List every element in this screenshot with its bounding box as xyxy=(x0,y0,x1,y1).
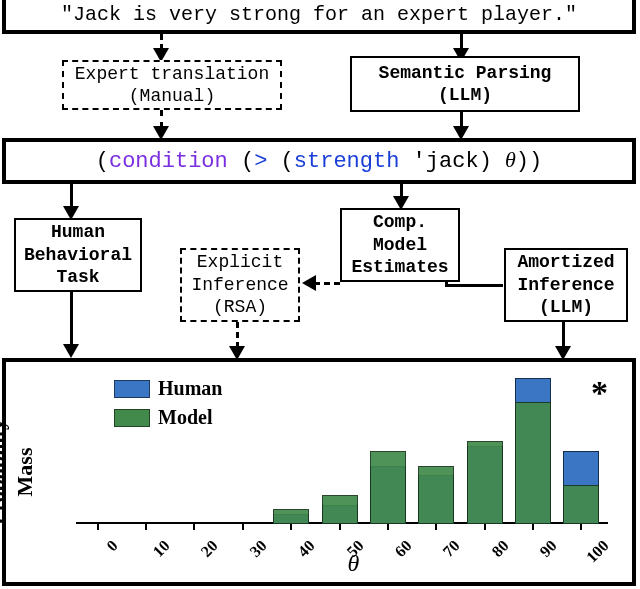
input-sentence-box: "Jack is very strong for an expert playe… xyxy=(2,0,636,34)
bar-model xyxy=(322,495,358,524)
code-paren: ( xyxy=(96,149,109,174)
amortized-line1: Amortized xyxy=(517,251,614,274)
expert-line2: (Manual) xyxy=(129,85,215,108)
comp-model-box: Comp. Model Estimates xyxy=(340,208,460,282)
chart-box: Probability Mass Human Model * 010203040… xyxy=(2,358,636,586)
arrow-human-to-chart xyxy=(70,292,73,346)
code-parenc1: ) xyxy=(479,149,505,174)
tick-label: 0 xyxy=(102,536,122,556)
tick-mark xyxy=(580,524,582,530)
arrowhead-comp-to-explicit xyxy=(302,275,316,291)
code-kw-condition: condition xyxy=(109,149,228,174)
tick-label: 30 xyxy=(246,536,271,561)
arrow-explicit-to-chart xyxy=(236,322,239,348)
chart-ylabel: Probability Mass xyxy=(0,419,38,525)
bar-model xyxy=(563,485,599,524)
tick-label: 60 xyxy=(391,536,416,561)
semantic-line2: (LLM) xyxy=(438,84,492,107)
bar-model xyxy=(418,466,454,524)
connector-comp-to-amortized xyxy=(445,284,503,287)
tick-label: 20 xyxy=(197,536,222,561)
tick-label: 10 xyxy=(149,536,174,561)
chart-ylabel-text: Probability Mass xyxy=(0,419,36,525)
human-line1: Human xyxy=(51,221,105,244)
bar-model xyxy=(273,509,309,524)
semantic-parsing-box: Semantic Parsing (LLM) xyxy=(350,56,580,112)
explicit-line2: Inference xyxy=(191,274,288,297)
tick-label: 70 xyxy=(439,536,464,561)
human-line3: Task xyxy=(56,266,99,289)
tick-mark xyxy=(290,524,292,530)
arrowhead-human-to-chart xyxy=(63,344,79,358)
code-theta: θ xyxy=(505,147,516,172)
chart-bars xyxy=(76,378,608,524)
code-paren2: ( xyxy=(228,149,254,174)
tick-mark xyxy=(242,524,244,530)
code-box: (condition (> (strength 'jack) θ)) xyxy=(2,138,636,184)
chart-plot: 0102030405060708090100 xyxy=(76,378,608,524)
tick-mark xyxy=(339,524,341,530)
amortized-line3: (LLM) xyxy=(539,296,593,319)
semantic-line1: Semantic Parsing xyxy=(379,62,552,85)
tick-mark xyxy=(435,524,437,530)
input-sentence: "Jack is very strong for an expert playe… xyxy=(53,0,585,31)
expert-translation-box: Expert translation (Manual) xyxy=(62,60,282,110)
bar-model xyxy=(467,441,503,524)
comp-line3: Estimates xyxy=(351,256,448,279)
code-paren3: ( xyxy=(267,149,293,174)
arrow-code-to-human-task xyxy=(70,184,73,208)
explicit-inference-box: Explicit Inference (RSA) xyxy=(180,248,300,322)
amortized-line2: Inference xyxy=(517,274,614,297)
bar-model xyxy=(370,451,406,524)
expert-line1: Expert translation xyxy=(75,63,269,86)
bar-model xyxy=(515,402,551,524)
tick-label: 90 xyxy=(536,536,561,561)
explicit-line1: Explicit xyxy=(197,251,283,274)
code-arg: 'jack xyxy=(399,149,478,174)
tick-mark xyxy=(387,524,389,530)
explicit-line3: (RSA) xyxy=(213,296,267,319)
tick-mark xyxy=(193,524,195,530)
tick-label: 100 xyxy=(582,536,613,567)
code-parenc2: )) xyxy=(516,149,542,174)
human-line2: Behavioral xyxy=(24,244,132,267)
connector-comp-to-explicit xyxy=(314,282,340,285)
amortized-inference-box: Amortized Inference (LLM) xyxy=(504,248,628,322)
tick-mark xyxy=(532,524,534,530)
code-fn-gt: > xyxy=(254,149,267,174)
chart-area: Probability Mass Human Model * 010203040… xyxy=(14,370,620,574)
human-task-box: Human Behavioral Task xyxy=(14,218,142,292)
code-expr: (condition (> (strength 'jack) θ)) xyxy=(96,146,543,176)
comp-line1: Comp. xyxy=(373,211,427,234)
tick-label: 80 xyxy=(487,536,512,561)
code-fn-strength: strength xyxy=(294,149,400,174)
tick-mark xyxy=(484,524,486,530)
arrow-amortized-to-chart xyxy=(562,322,565,348)
chart-xlabel: θ xyxy=(347,548,359,578)
tick-label: 40 xyxy=(294,536,319,561)
tick-mark xyxy=(97,524,99,530)
comp-line2: Model xyxy=(373,234,427,257)
tick-mark xyxy=(145,524,147,530)
